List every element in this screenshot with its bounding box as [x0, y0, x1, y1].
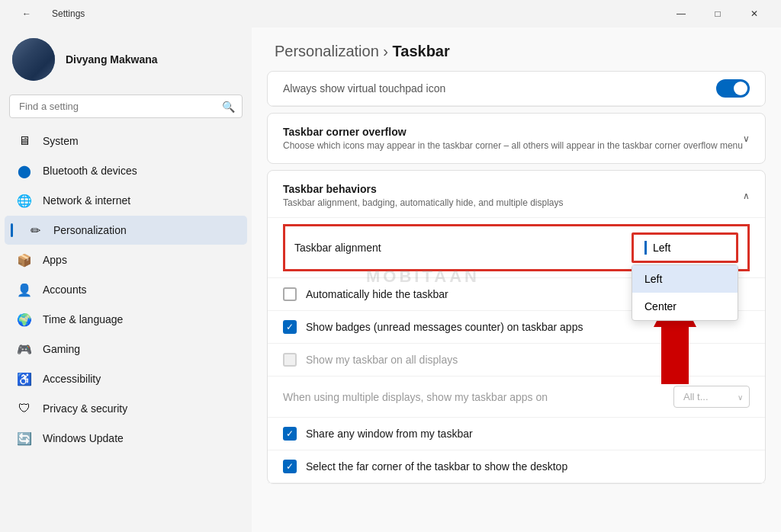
minimize-button[interactable]: —: [664, 2, 699, 26]
sidebar-item-label: Accessibility: [43, 373, 101, 385]
multiple-displays-row: When using multiple displays, show my ta…: [268, 377, 765, 418]
close-button[interactable]: ✕: [737, 2, 772, 26]
sidebar-item-network[interactable]: 🌐 Network & internet: [5, 186, 247, 215]
multiple-displays-select[interactable]: All t... ∨: [673, 386, 750, 408]
all-displays-checkbox[interactable]: [283, 353, 297, 367]
accounts-icon: 👤: [17, 282, 32, 297]
sidebar-item-label: Apps: [43, 254, 67, 266]
share-window-label: Share any window from my taskbar: [306, 428, 750, 440]
bluetooth-icon: ⬤: [17, 163, 32, 178]
corner-overflow-header[interactable]: Taskbar corner overflow Choose which ico…: [268, 114, 765, 163]
search-box[interactable]: 🔍: [9, 95, 243, 118]
sidebar-item-accounts[interactable]: 👤 Accounts: [5, 275, 247, 304]
window-controls: — □ ✕: [664, 2, 772, 26]
sidebar-item-label: Network & internet: [43, 194, 130, 207]
badges-label: Show badges (unread messages counter) on…: [306, 321, 750, 333]
dropdown-item-left[interactable]: Left: [632, 265, 738, 293]
sidebar-item-windows-update[interactable]: 🔄 Windows Update: [5, 424, 247, 453]
user-name: Divyang Makwana: [66, 53, 158, 66]
sidebar-item-label: System: [43, 135, 79, 147]
sidebar-item-accessibility[interactable]: ♿ Accessibility: [5, 364, 247, 393]
badges-checkbox[interactable]: ✓: [283, 320, 297, 334]
maximize-button[interactable]: □: [700, 2, 735, 26]
all-displays-label: Show my taskbar on all displays: [306, 354, 750, 366]
sidebar-item-label: Personalization: [53, 224, 127, 236]
touchpad-toggle[interactable]: [716, 79, 750, 98]
multiple-displays-label: When using multiple displays, show my ta…: [283, 391, 664, 403]
page-title: Taskbar: [393, 43, 450, 59]
sidebar-item-privacy[interactable]: 🛡 Privacy & security: [5, 394, 247, 423]
sidebar-item-label: Time & language: [43, 313, 123, 325]
alignment-row: Taskbar alignment Left Left: [283, 224, 750, 271]
sidebar-item-label: Accounts: [43, 284, 87, 296]
user-section: Divyang Makwana: [0, 27, 252, 91]
personalization-icon: ✏: [27, 223, 43, 238]
nav-menu: 🖥 System ⬤ Bluetooth & devices 🌐 Network…: [0, 126, 252, 453]
select-chevron: ∨: [738, 393, 743, 401]
avatar[interactable]: [12, 38, 55, 81]
search-icon: 🔍: [222, 101, 235, 113]
behaviors-chevron: ∧: [743, 191, 750, 201]
title-bar: ← Settings — □ ✕: [0, 0, 781, 27]
all-displays-row: Show my taskbar on all displays: [268, 344, 765, 377]
gaming-icon: 🎮: [17, 341, 32, 357]
dropdown-item-center-label: Center: [644, 300, 677, 312]
sidebar-item-label: Windows Update: [43, 432, 124, 444]
sidebar-item-system[interactable]: 🖥 System: [5, 127, 247, 155]
behaviors-desc: Taskbar alignment, badging, automaticall…: [283, 197, 564, 208]
share-window-checkbox[interactable]: ✓: [283, 427, 297, 441]
breadcrumb-parent: Personalization: [275, 43, 379, 59]
touchpad-label: Always show virtual touchpad icon: [283, 82, 445, 95]
page-header: Personalization › Taskbar: [252, 27, 781, 71]
behaviors-section: Taskbar behaviors Taskbar alignment, bad…: [267, 170, 766, 484]
corner-overflow-section[interactable]: Taskbar corner overflow Choose which ico…: [267, 113, 766, 164]
sidebar-item-apps[interactable]: 📦 Apps: [5, 245, 247, 274]
corner-overflow-title: Taskbar corner overflow: [283, 126, 743, 138]
sidebar-item-bluetooth[interactable]: ⬤ Bluetooth & devices: [5, 156, 247, 185]
alignment-dropdown-selected[interactable]: Left: [632, 232, 738, 263]
sidebar-item-personalization[interactable]: ✏ Personalization: [5, 216, 247, 245]
breadcrumb: Personalization › Taskbar: [275, 43, 758, 60]
back-button[interactable]: ←: [9, 2, 44, 26]
far-corner-label: Select the far corner of the taskbar to …: [306, 460, 750, 473]
touchpad-row: Always show virtual touchpad icon: [268, 72, 765, 106]
window-title: Settings: [52, 8, 85, 19]
search-input[interactable]: [9, 95, 243, 118]
apps-icon: 📦: [17, 252, 32, 268]
corner-overflow-desc: Choose which icons may appear in the tas…: [283, 140, 743, 151]
alignment-dropdown-menu: Left Center: [632, 264, 738, 321]
alignment-dropdown-container: Left Left Center: [632, 232, 738, 263]
dropdown-item-center[interactable]: Center: [632, 293, 738, 320]
dropdown-item-left-label: Left: [644, 273, 662, 285]
share-window-row: ✓ Share any window from my taskbar: [268, 418, 765, 450]
sidebar-item-gaming[interactable]: 🎮 Gaming: [5, 335, 247, 364]
sidebar-item-label: Gaming: [43, 343, 80, 355]
system-icon: 🖥: [17, 133, 32, 149]
far-corner-checkbox[interactable]: ✓: [283, 460, 297, 473]
main-content: Personalization › Taskbar Always show vi…: [252, 27, 781, 532]
sidebar-item-label: Privacy & security: [43, 402, 127, 415]
network-icon: 🌐: [17, 193, 32, 208]
dropdown-cursor: [644, 241, 647, 255]
corner-overflow-chevron: ∨: [743, 133, 750, 144]
far-corner-row: ✓ Select the far corner of the taskbar t…: [268, 450, 765, 483]
sidebar-item-label: Bluetooth & devices: [43, 165, 137, 177]
update-icon: 🔄: [17, 431, 32, 446]
alignment-label: Taskbar alignment: [294, 242, 624, 254]
behaviors-header[interactable]: Taskbar behaviors Taskbar alignment, bad…: [268, 171, 765, 218]
alignment-container: Taskbar alignment Left Left: [268, 218, 765, 278]
multiple-displays-value: All t...: [683, 391, 709, 402]
sidebar-item-time[interactable]: 🌍 Time & language: [5, 305, 247, 334]
behaviors-title: Taskbar behaviors: [283, 183, 564, 195]
breadcrumb-separator: ›: [383, 43, 392, 59]
touchpad-section: Always show virtual touchpad icon: [267, 71, 766, 107]
time-icon: 🌍: [17, 312, 32, 327]
autohide-checkbox[interactable]: [283, 287, 297, 301]
accessibility-icon: ♿: [17, 371, 32, 386]
privacy-icon: 🛡: [17, 401, 32, 416]
sidebar: Divyang Makwana 🔍 🖥 System ⬤ Bluetooth &…: [0, 27, 252, 532]
alignment-selected-value: Left: [653, 242, 670, 254]
